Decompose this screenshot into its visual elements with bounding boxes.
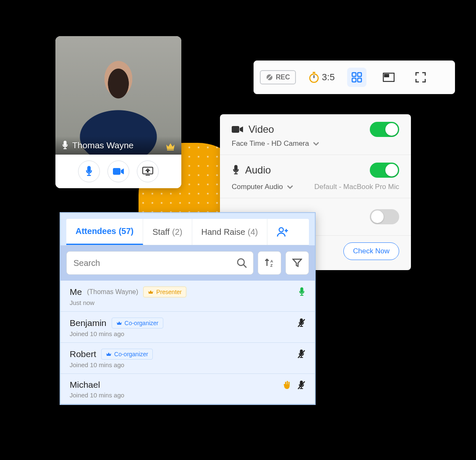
attendee-subname: (Thomas Wayne) <box>87 288 138 296</box>
audio-settings-section: Audio Computer Audio Default - MacBook P… <box>220 155 411 198</box>
attendee-row[interactable]: Me (Thomas Wayne) Presenter Just now <box>60 281 315 312</box>
crown-icon <box>165 142 175 150</box>
svg-rect-7 <box>352 73 356 76</box>
tab-label: Attendees <box>76 226 116 236</box>
svg-point-15 <box>238 259 244 265</box>
screenshare-button[interactable] <box>137 160 159 182</box>
extra-toggle[interactable] <box>370 209 399 224</box>
search-icon <box>236 258 247 268</box>
tab-label: Staff <box>152 227 170 237</box>
svg-rect-12 <box>384 74 389 77</box>
grid-icon <box>351 72 362 83</box>
svg-text:Z: Z <box>270 263 273 268</box>
pip-icon <box>383 73 395 82</box>
attendee-name: Me <box>70 287 82 297</box>
video-label: Video <box>248 124 274 135</box>
attendee-meta: Joined 10 mins ago <box>70 392 306 399</box>
tab-label: Hand Raise <box>201 227 246 237</box>
attendees-panel: Attendees (57) Staff (2) Hand Raise (4) … <box>60 212 316 405</box>
crown-icon <box>106 352 112 357</box>
attendee-meta: Joined 10 mins ago <box>70 361 306 368</box>
fullscreen-icon <box>415 72 426 83</box>
hand-raised-icon <box>283 381 291 390</box>
video-controls <box>55 155 181 188</box>
attendee-name: Michael <box>70 380 100 390</box>
attendee-search-row: AZ <box>60 245 315 281</box>
chevron-down-icon <box>313 142 319 146</box>
svg-line-16 <box>243 265 246 268</box>
mic-muted-icon <box>297 381 306 390</box>
fullscreen-button[interactable] <box>411 68 430 87</box>
add-person-icon <box>277 226 289 237</box>
svg-rect-8 <box>358 73 361 76</box>
audio-label: Audio <box>245 164 271 176</box>
crown-icon <box>116 321 122 326</box>
tab-hand-raise[interactable]: Hand Raise (4) <box>192 219 268 245</box>
tab-count: (2) <box>172 227 182 237</box>
add-attendee-button[interactable] <box>267 219 298 245</box>
mic-button[interactable] <box>78 160 100 182</box>
microphone-icon <box>61 141 69 150</box>
attendee-row[interactable]: Benjamin Co-organizer Joined 10 mins ago <box>60 312 315 343</box>
audio-toggle[interactable] <box>370 163 399 178</box>
coorganizer-badge: Co-organizer <box>101 349 153 360</box>
sort-az-icon: AZ <box>264 258 275 268</box>
timer-value: 3:5 <box>322 72 335 83</box>
coorganizer-badge: Co-organizer <box>112 318 163 329</box>
mic-on-icon <box>298 287 306 297</box>
mic-muted-icon <box>297 350 306 359</box>
participant-name: Thomas Wayne <box>72 140 133 150</box>
attendee-name: Benjamin <box>70 318 107 328</box>
svg-rect-5 <box>313 72 315 73</box>
svg-point-14 <box>279 228 283 232</box>
search-input-wrapper <box>66 251 254 275</box>
pip-button[interactable] <box>379 68 398 87</box>
camera-button[interactable] <box>107 160 129 182</box>
tab-count: (4) <box>248 227 258 237</box>
tab-attendees[interactable]: Attendees (57) <box>66 219 143 245</box>
presenter-badge: Presenter <box>143 287 186 297</box>
attendee-name: Robert <box>70 349 96 359</box>
mic-muted-icon <box>297 318 306 328</box>
meeting-toolbar: REC 3:5 <box>254 60 455 94</box>
camera-icon <box>232 125 243 134</box>
timer: 3:5 <box>309 71 335 83</box>
audio-device-name: Computer Audio <box>232 183 283 191</box>
svg-text:A: A <box>270 259 273 263</box>
audio-device-dropdown[interactable]: Computer Audio <box>232 183 293 191</box>
search-input[interactable] <box>73 258 236 268</box>
svg-rect-0 <box>113 168 120 175</box>
svg-rect-10 <box>358 78 361 82</box>
grid-view-button[interactable] <box>347 68 366 87</box>
video-tile: Thomas Wayne <box>55 36 181 188</box>
record-button[interactable]: REC <box>260 70 296 84</box>
video-toggle[interactable] <box>370 122 399 137</box>
svg-rect-9 <box>352 78 356 82</box>
microphone-icon <box>232 165 240 176</box>
crown-icon <box>148 289 154 294</box>
svg-rect-13 <box>232 126 239 133</box>
chevron-down-icon <box>287 185 293 189</box>
filter-button[interactable] <box>285 251 309 275</box>
tab-count: (57) <box>119 226 134 236</box>
record-icon <box>266 74 273 81</box>
attendee-tabs: Attendees (57) Staff (2) Hand Raise (4) <box>66 219 309 245</box>
badge-label: Co-organizer <box>114 351 148 357</box>
record-label: REC <box>276 74 290 81</box>
video-settings-section: Video Face Time - HD Camera <box>220 114 411 155</box>
badge-label: Presenter <box>156 289 182 295</box>
filter-icon <box>292 258 302 268</box>
default-audio-device: Default - MacBook Pro Mic <box>314 183 399 191</box>
attendee-meta: Just now <box>70 299 306 306</box>
attendee-row[interactable]: Michael Joined 10 mins ago <box>60 374 315 404</box>
sort-button[interactable]: AZ <box>258 251 281 275</box>
badge-label: Co-organizer <box>125 320 159 326</box>
attendee-row[interactable]: Robert Co-organizer Joined 10 mins ago <box>60 343 315 374</box>
video-name-bar: Thomas Wayne <box>55 136 181 155</box>
check-now-button[interactable]: Check Now <box>343 242 399 260</box>
video-device-dropdown[interactable]: Face Time - HD Camera <box>232 139 399 148</box>
attendee-list: Me (Thomas Wayne) Presenter Just now Ben… <box>60 281 315 404</box>
tab-staff[interactable]: Staff (2) <box>143 219 192 245</box>
attendee-meta: Joined 10 mins ago <box>70 330 306 337</box>
video-device-name: Face Time - HD Camera <box>232 139 309 148</box>
